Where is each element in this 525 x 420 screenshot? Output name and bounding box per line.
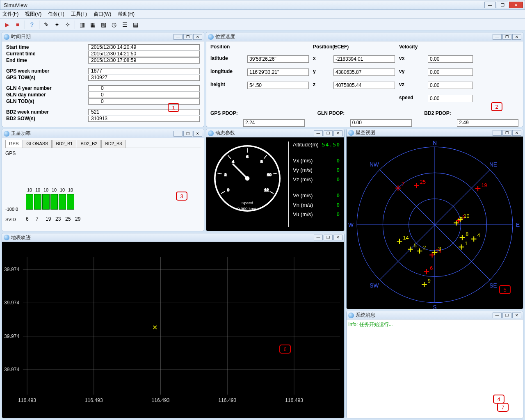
panel-minimize-button[interactable]: —	[493, 130, 502, 136]
panel-maximize-button[interactable]: ❐	[324, 130, 333, 136]
panel-minimize-button[interactable]: —	[314, 130, 323, 136]
panel-close-button[interactable]: ✕	[193, 34, 202, 40]
svg-text:116.493: 116.493	[151, 397, 169, 403]
menu-task[interactable]: 任务(T)	[48, 11, 64, 18]
menu-help[interactable]: 帮助(H)	[118, 11, 135, 18]
value: 4380635.87	[333, 68, 395, 76]
panel-maximize-button[interactable]: ❐	[502, 130, 511, 136]
menu-file[interactable]: 文件(F)	[2, 11, 18, 18]
bar-value: 10	[50, 187, 58, 192]
tab-gps[interactable]: GPS	[5, 140, 22, 148]
panel-close-button[interactable]: ✕	[512, 34, 521, 40]
panel-minimize-button[interactable]: —	[314, 235, 323, 240]
panel-minimize-button[interactable]: —	[173, 131, 183, 137]
panel-minimize-button[interactable]: —	[493, 34, 502, 40]
panel-close-button[interactable]: ✕	[512, 313, 521, 318]
table-icon[interactable]: ▦	[88, 20, 97, 29]
svg-text:4: 4	[477, 233, 480, 238]
svg-text:6: 6	[430, 265, 433, 271]
panel-close-button[interactable]: ✕	[512, 130, 521, 136]
svg-text:3: 3	[438, 246, 441, 252]
label: GLN TOD(s)	[6, 98, 88, 104]
tab-bd2b1[interactable]: BD2_B1	[52, 140, 76, 148]
panel-close-button[interactable]: ✕	[193, 131, 202, 137]
svg-text:10: 10	[463, 213, 469, 219]
globe-icon	[4, 34, 9, 40]
panel-trajectory: 地表轨迹 — ❐ ✕ 116.493116.493116.493116.4931…	[2, 233, 345, 418]
value: 0.00	[428, 55, 473, 63]
panel-title: 位置速度	[215, 33, 492, 40]
value: 2.49	[457, 119, 518, 127]
minimize-button[interactable]: —	[484, 2, 496, 8]
value: 0.00	[350, 119, 412, 127]
value: 0	[336, 176, 340, 183]
value: 0	[336, 211, 340, 217]
value: 4075805.44	[333, 82, 395, 89]
label: latitude	[210, 55, 243, 63]
svid: 25	[65, 216, 72, 222]
tab-glonass[interactable]: GLONASS	[23, 140, 52, 148]
separator	[75, 21, 75, 29]
tool-icon[interactable]: ✎	[42, 20, 51, 29]
panel-maximize-button[interactable]: ❐	[502, 313, 511, 318]
bar	[67, 194, 74, 210]
barchart-icon[interactable]: ▥	[78, 20, 87, 29]
chart-subtitle: GPS	[5, 151, 201, 156]
value: 0.00	[428, 95, 473, 102]
svid-label: SVID	[5, 217, 16, 222]
label: Vu (m/s)	[293, 211, 313, 217]
globe-icon	[4, 235, 9, 240]
panel-minimize-button[interactable]: —	[173, 34, 183, 40]
panel-maximize-button[interactable]: ❐	[183, 131, 192, 137]
panel-close-button[interactable]: ✕	[333, 130, 342, 136]
svg-text:116.493: 116.493	[218, 397, 236, 403]
list-icon[interactable]: ☰	[120, 20, 129, 29]
value: 0.00	[428, 68, 473, 76]
satellite-marker: 25	[414, 179, 426, 188]
value: 310927	[88, 75, 200, 81]
bar	[34, 194, 41, 210]
bar-chart: -100.0 101010101010 SVID 6719232529	[5, 160, 201, 222]
panel-title: 星空视图	[356, 129, 492, 136]
svg-text:25: 25	[420, 179, 426, 185]
stop-icon[interactable]: ■	[13, 20, 22, 29]
label: GPS PDOP:	[210, 110, 305, 116]
play-icon[interactable]: ▶	[2, 20, 11, 29]
svg-text:SW: SW	[370, 283, 379, 289]
svg-line-1	[221, 192, 225, 194]
value: 310913	[88, 116, 200, 122]
satellite-icon[interactable]: ✦	[52, 20, 62, 29]
menu-window[interactable]: 窗口(W)	[94, 11, 111, 18]
panel-close-button[interactable]: ✕	[333, 235, 342, 240]
grid-icon[interactable]: ▤	[131, 20, 140, 29]
menu-bar: 文件(F) 视图(V) 任务(T) 工具(T) 窗口(W) 帮助(H)	[0, 10, 525, 19]
tab-bd2b3[interactable]: BD2_B3	[101, 140, 126, 148]
label: Ve (m/s)	[293, 192, 313, 199]
label: height	[210, 82, 243, 89]
svg-text:2: 2	[224, 172, 227, 177]
panel-maximize-button[interactable]: ❐	[502, 34, 511, 40]
menu-view[interactable]: 视图(V)	[25, 11, 41, 18]
panel-maximize-button[interactable]: ❐	[324, 235, 333, 240]
maximize-button[interactable]: ❐	[497, 2, 508, 8]
bar	[59, 194, 66, 210]
label: z	[313, 82, 329, 89]
plot-icon[interactable]: ▧	[99, 20, 108, 29]
menu-tools[interactable]: 工具(T)	[71, 11, 87, 18]
value: 2015/12/30 14:21:50	[88, 51, 200, 57]
panel-minimize-button[interactable]: —	[493, 313, 502, 318]
svg-text:39.974: 39.974	[4, 333, 19, 339]
value: 2015/12/30 14:20:49	[88, 44, 200, 50]
close-button[interactable]: ✕	[509, 2, 523, 8]
value: 0	[88, 98, 200, 105]
orbit-icon[interactable]: ✧	[63, 20, 72, 29]
label: Altitude(m)	[293, 142, 319, 148]
panel-dynamic-params: 动态参数 — ❐ ✕ 024681012 Speed 0.000 km/s Al…	[206, 129, 345, 231]
tab-bd2b2[interactable]: BD2_B2	[77, 140, 101, 148]
label: Vx (m/s)	[293, 158, 313, 164]
label: BD2 week number	[6, 109, 88, 115]
help-icon[interactable]: ?	[27, 20, 37, 29]
bar-value: 10	[42, 187, 50, 192]
gauge-icon[interactable]: ◷	[110, 20, 119, 29]
panel-maximize-button[interactable]: ❐	[183, 34, 192, 40]
